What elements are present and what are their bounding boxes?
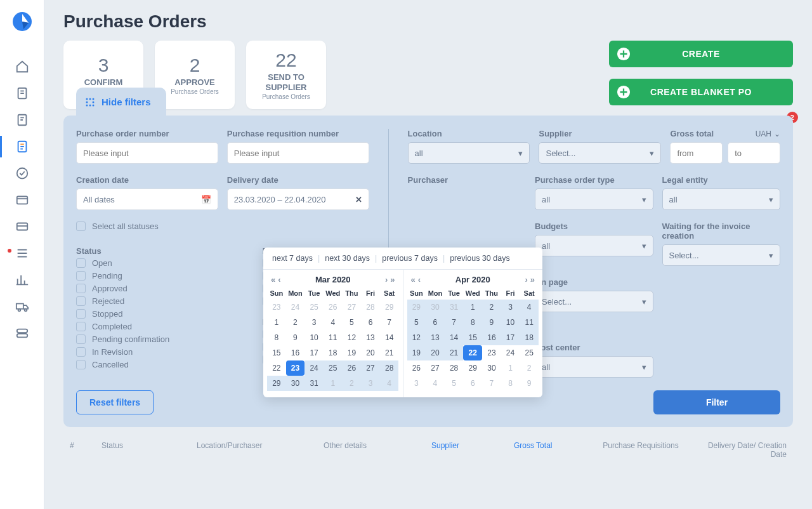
calendar-day[interactable]: 29 (463, 360, 482, 376)
calendar-day[interactable]: 7 (445, 315, 464, 330)
preset-prev7[interactable]: previous 7 days (382, 254, 438, 263)
status-checkbox[interactable]: Stopped (76, 309, 254, 319)
calendar-day[interactable]: 25 (520, 345, 539, 360)
nav-doc2-icon[interactable] (15, 113, 29, 127)
calendar-day[interactable]: 17 (501, 330, 520, 345)
calendar-day[interactable]: 27 (343, 300, 362, 315)
calendar-day[interactable]: 2 (482, 300, 501, 315)
calendar-day[interactable]: 16 (482, 330, 501, 345)
calendar-day[interactable]: 18 (324, 345, 343, 360)
calendar-day[interactable]: 20 (361, 345, 380, 360)
calendar-day[interactable]: 5 (343, 315, 362, 330)
calendar-day[interactable]: 31 (304, 376, 324, 391)
po-number-input[interactable] (76, 142, 218, 164)
calendar-day[interactable]: 10 (501, 315, 520, 330)
calendar-day[interactable]: 19 (407, 345, 426, 360)
calendar-day[interactable]: 18 (520, 330, 539, 345)
calendar-day[interactable]: 1 (324, 376, 343, 391)
onpage-select[interactable]: Select...▾ (535, 291, 653, 312)
calendar-day[interactable]: 4 (426, 376, 445, 391)
calendar-day[interactable]: 24 (286, 300, 305, 315)
calendar-day[interactable]: 19 (343, 345, 362, 360)
prev-month-icon[interactable]: ‹ (278, 275, 280, 284)
calendar-day[interactable]: 6 (361, 315, 380, 330)
nav-chart-icon[interactable] (15, 273, 29, 287)
col-other[interactable]: Other details (324, 441, 425, 459)
calendar-day[interactable]: 31 (445, 300, 464, 315)
status-checkbox[interactable]: Pending confirmation (76, 334, 254, 344)
calendar-day[interactable]: 3 (361, 376, 380, 391)
select-all-statuses[interactable]: Select all statuses (76, 221, 369, 231)
nav-list-icon[interactable] (15, 246, 29, 260)
calendar-day[interactable]: 4 (520, 300, 539, 315)
calendar-day[interactable]: 1 (267, 315, 286, 330)
calendar-day[interactable]: 12 (407, 330, 426, 345)
status-checkbox[interactable]: Approved (76, 284, 254, 293)
calendar-day[interactable]: 3 (304, 315, 324, 330)
calendar-day[interactable]: 7 (380, 315, 399, 330)
calendar-day[interactable]: 25 (324, 360, 343, 376)
calendar-day[interactable]: 1 (501, 360, 520, 376)
calendar-day[interactable]: 8 (267, 330, 286, 345)
preset-next7[interactable]: next 7 days (272, 254, 313, 263)
calendar-day[interactable]: 15 (463, 330, 482, 345)
calendar-day[interactable]: 9 (286, 330, 305, 345)
calendar-day[interactable]: 24 (304, 360, 324, 376)
calendar-day[interactable]: 7 (482, 376, 501, 391)
calendar-day[interactable]: 28 (380, 360, 399, 376)
clear-icon[interactable]: ✕ (355, 195, 362, 204)
col-status[interactable]: Status (102, 441, 190, 459)
preset-prev30[interactable]: previous 30 days (450, 254, 510, 263)
po-type-select[interactable]: all▾ (535, 188, 653, 210)
nav-card-icon[interactable] (15, 220, 29, 234)
currency-select[interactable]: UAH ⌄ (756, 129, 780, 138)
calendar-day[interactable]: 9 (520, 376, 539, 391)
calendar-day[interactable]: 16 (286, 345, 305, 360)
hide-filters-toggle[interactable]: Hide filters (76, 88, 166, 116)
waiting-select[interactable]: Select...▾ (662, 244, 780, 266)
nav-doc1-icon[interactable] (15, 86, 29, 100)
next-year-icon[interactable]: » (390, 275, 395, 284)
calendar-day[interactable]: 30 (286, 376, 305, 391)
calendar-day[interactable]: 5 (407, 315, 426, 330)
nav-truck-icon[interactable] (15, 300, 29, 314)
calendar-day[interactable]: 26 (324, 300, 343, 315)
calendar-day[interactable]: 1 (463, 300, 482, 315)
location-select[interactable]: all▾ (408, 142, 530, 164)
calendar-day[interactable]: 26 (343, 360, 362, 376)
calendar-day[interactable]: 20 (426, 345, 445, 360)
calendar-day[interactable]: 25 (304, 300, 324, 315)
calendar-day[interactable]: 29 (407, 300, 426, 315)
calendar-day[interactable]: 6 (463, 376, 482, 391)
delivery-date-input[interactable]: 23.03.2020 – 22.04.2020 ✕ (227, 188, 369, 210)
filter-button[interactable]: Filter (653, 390, 780, 414)
budgets-select[interactable]: all▾ (535, 235, 653, 256)
calendar-day[interactable]: 29 (380, 300, 399, 315)
gross-from-input[interactable] (670, 142, 723, 164)
col-location[interactable]: Location/Purchaser (197, 441, 317, 459)
calendar-day[interactable]: 30 (426, 300, 445, 315)
nav-po-icon[interactable] (15, 140, 29, 154)
creation-date-input[interactable]: All dates 📅 (76, 188, 218, 210)
calendar-day[interactable]: 14 (445, 330, 464, 345)
calendar-day[interactable]: 28 (445, 360, 464, 376)
calendar-day[interactable]: 3 (407, 376, 426, 391)
calendar-day[interactable]: 27 (361, 360, 380, 376)
pr-number-input[interactable] (227, 142, 369, 164)
calendar-day[interactable]: 30 (482, 360, 501, 376)
calendar-day[interactable]: 2 (286, 315, 305, 330)
calendar-day[interactable]: 21 (380, 345, 399, 360)
calendar-day[interactable]: 11 (324, 330, 343, 345)
create-button[interactable]: CREATE (609, 41, 793, 67)
calendar-day[interactable]: 27 (426, 360, 445, 376)
calendar-day[interactable]: 28 (361, 300, 380, 315)
costcenter-select[interactable]: all▾ (535, 356, 653, 378)
calendar-day[interactable]: 23 (267, 300, 286, 315)
legal-select[interactable]: all▾ (662, 188, 780, 210)
col-pr[interactable]: Purchase Requisitions (596, 441, 685, 459)
create-blanket-button[interactable]: CREATE BLANKET PO (609, 79, 793, 105)
calendar-day[interactable]: 10 (304, 330, 324, 345)
calendar-day[interactable]: 2 (343, 376, 362, 391)
card-approve[interactable]: 2 APPROVE Purchase Orders (155, 41, 235, 109)
calendar-day[interactable]: 5 (445, 376, 464, 391)
